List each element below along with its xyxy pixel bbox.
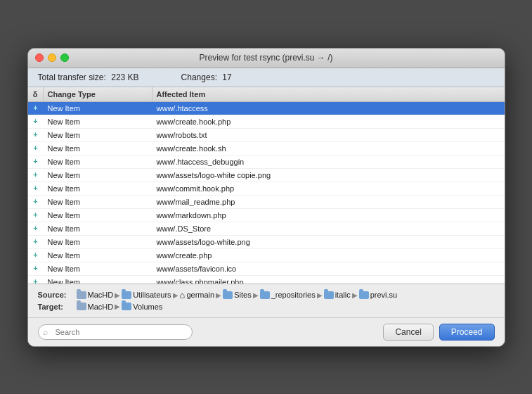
folder-icon-5 <box>324 291 334 299</box>
table-row[interactable]: + New Item www/class.phpmailer.php <box>28 276 505 284</box>
row-change-type: New Item <box>44 249 153 262</box>
row-change-type: New Item <box>44 155 153 168</box>
row-delta: + <box>28 169 44 181</box>
target-path-segments: MacHD ▶ Volumes <box>77 303 163 311</box>
row-delta: + <box>28 222 44 234</box>
source-seg-2: germain <box>186 291 214 299</box>
row-affected-item: www/assets/favicon.ico <box>153 262 505 275</box>
row-delta: + <box>28 155 44 167</box>
close-button[interactable] <box>35 53 44 62</box>
hd-icon <box>77 291 86 299</box>
row-affected-item: www/robots.txt <box>153 129 505 141</box>
folder-icon-4 <box>260 291 270 299</box>
source-seg-3: Sites <box>234 291 251 299</box>
plus-icon: + <box>32 224 39 231</box>
table-row[interactable]: + New Item www/create.hook.sh <box>28 142 505 155</box>
info-bar: Total transfer size: 223 KB Changes: 17 <box>28 68 505 87</box>
row-change-type: New Item <box>44 129 153 141</box>
source-seg-4: _repositories <box>271 291 316 299</box>
row-delta: + <box>28 129 44 141</box>
source-seg-6: previ.su <box>370 291 398 299</box>
window-title: Preview for test rsync (previ.su → /) <box>28 53 505 63</box>
search-input[interactable] <box>38 324 193 340</box>
source-seg-1: Utilisateurs <box>133 291 171 299</box>
row-affected-item: www/assets/logo-white.png <box>153 236 505 248</box>
table-row[interactable]: + New Item www/assets/favicon.ico <box>28 262 505 276</box>
plus-icon: + <box>32 278 39 284</box>
table-body[interactable]: + New Item www/.htaccess + New Item www/… <box>28 102 505 284</box>
proceed-button[interactable]: Proceed <box>439 324 495 341</box>
row-affected-item: www/create.hook.php <box>153 115 505 128</box>
minimize-button[interactable] <box>48 53 56 62</box>
table-row[interactable]: + New Item www/commit.hook.php <box>28 182 505 196</box>
maximize-button[interactable] <box>60 53 69 62</box>
source-seg-5: italic <box>335 291 351 299</box>
plus-icon: + <box>32 211 39 218</box>
plus-icon: + <box>32 251 39 258</box>
plus-icon: + <box>32 131 39 138</box>
row-change-type: New Item <box>44 236 153 248</box>
row-affected-item: www/markdown.php <box>153 209 505 222</box>
row-delta: + <box>28 209 44 221</box>
plus-icon: + <box>32 184 39 191</box>
row-change-type: New Item <box>44 276 153 284</box>
target-seg-0: MacHD <box>88 303 114 311</box>
source-path-row: Source: MacHD ▶ Utilisateurs ▶ ⌂ germain… <box>38 290 495 300</box>
bottom-bar: ⌕ Cancel Proceed <box>28 318 505 346</box>
source-path-segments: MacHD ▶ Utilisateurs ▶ ⌂ germain ▶ Sites… <box>77 290 398 300</box>
search-wrap: ⌕ <box>38 324 193 340</box>
table-row[interactable]: + New Item www/create.php <box>28 249 505 262</box>
table-row[interactable]: + New Item www/markdown.php <box>28 209 505 222</box>
plus-icon: + <box>32 265 39 272</box>
row-affected-item: www/.htaccess_debuggin <box>153 155 505 168</box>
row-delta: + <box>28 182 44 194</box>
row-affected-item: www/class.phpmailer.php <box>153 276 505 284</box>
table-row[interactable]: + New Item www/.DS_Store <box>28 222 505 236</box>
file-table: δ Change Type Affected Item + New Item w… <box>28 87 505 284</box>
folder-icon-3 <box>223 291 233 299</box>
row-change-type: New Item <box>44 142 153 155</box>
row-affected-item: www/create.hook.sh <box>153 142 505 155</box>
target-seg-1: Volumes <box>133 303 162 311</box>
row-delta: + <box>28 102 44 114</box>
table-row[interactable]: + New Item www/assets/logo-white.png <box>28 236 505 249</box>
plus-icon: + <box>32 238 39 245</box>
arrow-1: ▶ <box>173 291 179 299</box>
plus-icon: + <box>32 198 39 205</box>
target-folder-1 <box>122 303 131 310</box>
transfer-size-label: Total transfer size: 223 KB <box>38 72 139 82</box>
table-row[interactable]: + New Item www/create.hook.php <box>28 115 505 129</box>
row-delta: + <box>28 196 44 208</box>
table-row[interactable]: + New Item www/robots.txt <box>28 129 505 142</box>
plus-icon: + <box>32 117 39 125</box>
arrow-5: ▶ <box>352 291 358 299</box>
changes-label: Changes: 17 <box>181 72 232 82</box>
table-row[interactable]: + New Item www/.htaccess <box>28 102 505 115</box>
row-affected-item: www/create.php <box>153 249 505 262</box>
arrow-3: ▶ <box>253 291 259 299</box>
header-affected-item: Affected Item <box>153 87 505 101</box>
row-delta: + <box>28 276 44 284</box>
plus-icon: + <box>32 171 39 178</box>
row-delta: + <box>28 236 44 248</box>
table-header: δ Change Type Affected Item <box>28 87 505 102</box>
table-row[interactable]: + New Item www/.htaccess_debuggin <box>28 155 505 169</box>
table-row[interactable]: + New Item www/assets/logo-white copie.p… <box>28 169 505 182</box>
row-affected-item: www/commit.hook.php <box>153 182 505 195</box>
row-change-type: New Item <box>44 102 153 115</box>
table-row[interactable]: + New Item www/mail_readme.php <box>28 196 505 209</box>
arrow-4: ▶ <box>317 291 323 299</box>
row-affected-item: www/assets/logo-white copie.png <box>153 169 505 182</box>
row-affected-item: www/mail_readme.php <box>153 196 505 208</box>
row-delta: + <box>28 142 44 154</box>
cancel-button[interactable]: Cancel <box>383 324 433 341</box>
row-delta: + <box>28 262 44 274</box>
source-seg-0: MacHD <box>88 291 114 299</box>
plus-icon: + <box>32 158 39 165</box>
folder-icon-6 <box>359 291 369 299</box>
path-area: Source: MacHD ▶ Utilisateurs ▶ ⌂ germain… <box>28 284 505 318</box>
arrow-2: ▶ <box>216 291 221 299</box>
row-change-type: New Item <box>44 182 153 195</box>
folder-icon-1 <box>122 291 131 299</box>
source-label: Source: <box>38 291 74 299</box>
